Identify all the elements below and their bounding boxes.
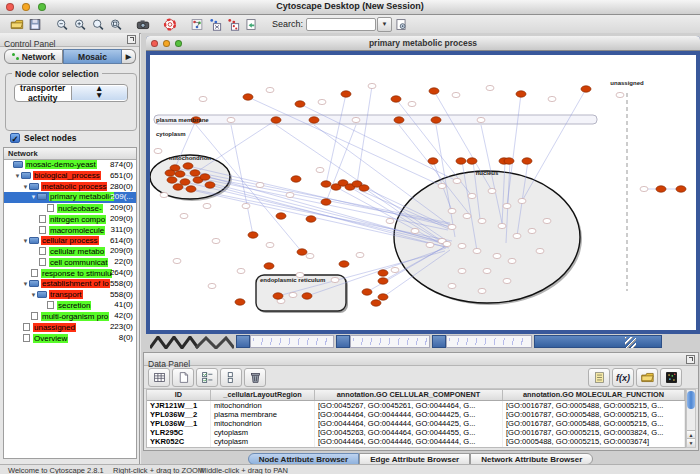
network-node[interactable]: [448, 283, 456, 288]
network-node[interactable]: [448, 224, 456, 229]
tree-row[interactable]: secretion41(0): [4, 300, 136, 311]
network-node-selected[interactable]: [175, 171, 185, 177]
network-node[interactable]: [498, 223, 506, 228]
expand-triangle-icon[interactable]: ▼: [30, 292, 37, 298]
tree-row[interactable]: cellular metabo209(0): [4, 246, 136, 257]
network-node[interactable]: [266, 242, 274, 247]
network-node[interactable]: [503, 203, 511, 208]
network-node[interactable]: [486, 85, 494, 90]
network-node[interactable]: [493, 253, 501, 258]
network-node-selected[interactable]: [297, 249, 307, 255]
attribute-unselect-icon[interactable]: [220, 368, 242, 387]
network-node[interactable]: [386, 218, 394, 223]
save-session-icon[interactable]: [26, 17, 43, 32]
tree-row[interactable]: macromolecule311(0): [4, 225, 136, 236]
tree-row[interactable]: Overview8(0): [4, 333, 136, 344]
create-attribute-icon[interactable]: [172, 368, 194, 387]
tree-row[interactable]: response to stimulu264(0): [4, 268, 136, 279]
network-node-selected[interactable]: [431, 117, 441, 123]
network-node[interactable]: [318, 99, 326, 104]
network-node-selected[interactable]: [273, 293, 283, 299]
tree-row[interactable]: nucleobase-209(0): [4, 203, 136, 214]
network-node[interactable]: [508, 258, 516, 263]
network-node[interactable]: [306, 253, 314, 258]
background-window-scribble[interactable]: [150, 335, 234, 348]
network-node[interactable]: [536, 248, 544, 253]
network-node[interactable]: [411, 228, 419, 233]
network-node[interactable]: [518, 198, 526, 203]
background-window-preview[interactable]: [350, 335, 430, 348]
network-node-selected[interactable]: [183, 163, 193, 169]
network-node[interactable]: [478, 288, 486, 293]
network-node[interactable]: [356, 252, 364, 257]
attribute-select-icon[interactable]: [148, 368, 170, 387]
network-node-selected[interactable]: [190, 170, 200, 176]
network-node-selected[interactable]: [394, 117, 404, 123]
network-node[interactable]: [452, 92, 460, 97]
column-header[interactable]: ID: [147, 390, 211, 400]
network-node[interactable]: [438, 183, 446, 188]
network-node[interactable]: [443, 241, 451, 246]
annotation-icon[interactable]: [188, 17, 205, 32]
import-attributes-icon[interactable]: [636, 368, 658, 387]
background-window-preview[interactable]: [446, 335, 532, 348]
layout-icon-1[interactable]: [206, 17, 223, 32]
network-node[interactable]: [289, 292, 297, 297]
background-window-bar[interactable]: [534, 335, 662, 348]
search-dropdown-arrow-icon[interactable]: ▼: [377, 17, 392, 32]
network-node-selected[interactable]: [321, 199, 331, 205]
network-node[interactable]: [426, 242, 434, 247]
network-node[interactable]: [154, 148, 162, 153]
tree-row[interactable]: ▼biological_process651(0): [4, 171, 136, 182]
tree-row[interactable]: ▼cellular process614(0): [4, 236, 136, 247]
network-node-selected[interactable]: [391, 96, 401, 102]
table-row[interactable]: YJR121W__1mitochondrion[GO:0045267, GO:0…: [147, 401, 685, 410]
column-header[interactable]: annotation.GO CELLULAR_COMPONENT: [315, 390, 503, 400]
network-node-selected[interactable]: [428, 158, 438, 164]
attribute-batch-select-icon[interactable]: [196, 368, 218, 387]
network-node[interactable]: [286, 192, 294, 197]
network-node[interactable]: [616, 92, 624, 97]
network-node-selected[interactable]: [359, 185, 369, 191]
network-node[interactable]: [458, 243, 466, 248]
network-node[interactable]: [227, 117, 235, 122]
network-node-selected[interactable]: [656, 186, 666, 192]
network-node-selected[interactable]: [180, 179, 190, 185]
tree-row[interactable]: ▼metabolic process280(0): [4, 182, 136, 193]
search-config-icon[interactable]: [392, 17, 409, 32]
network-node[interactable]: [448, 208, 456, 213]
expand-triangle-icon[interactable]: ▼: [30, 194, 37, 200]
network-node[interactable]: [458, 268, 466, 273]
background-window-tab[interactable]: [336, 335, 350, 348]
tree-row[interactable]: nitrogen compo209(0): [4, 214, 136, 225]
network-node[interactable]: [237, 268, 245, 273]
network-node[interactable]: [173, 258, 181, 263]
network-node-selected[interactable]: [321, 181, 331, 187]
table-row[interactable]: YLR295Ccytoplasm[GO:0045263, GO:0044464,…: [147, 428, 685, 437]
network-node-selected[interactable]: [264, 263, 274, 269]
network-node-selected[interactable]: [276, 213, 286, 219]
network-node-selected[interactable]: [205, 182, 215, 188]
network-node-selected[interactable]: [291, 176, 301, 182]
import-list-icon[interactable]: [588, 368, 610, 387]
network-node-selected[interactable]: [378, 270, 388, 276]
scroll-down-icon[interactable]: ▼: [687, 438, 695, 447]
network-node-selected[interactable]: [235, 299, 245, 305]
network-node[interactable]: [477, 117, 485, 122]
attribute-matrix-icon[interactable]: [660, 368, 682, 387]
column-header[interactable]: _cellularLayoutRegion: [211, 390, 315, 400]
expand-triangle-icon[interactable]: ▼: [14, 173, 21, 179]
network-node[interactable]: [473, 248, 481, 253]
network-node[interactable]: [160, 192, 168, 197]
search-input[interactable]: [306, 18, 376, 31]
network-node[interactable]: [488, 188, 496, 193]
zoom-in-icon[interactable]: [71, 17, 88, 32]
snapshot-icon[interactable]: [134, 17, 151, 32]
table-row[interactable]: YDR039C__1mitochondrion[GO:0044464, GO:0…: [147, 446, 685, 448]
network-node[interactable]: [543, 218, 551, 223]
network-node-selected[interactable]: [456, 158, 466, 164]
network-node-selected[interactable]: [467, 158, 477, 164]
network-node-selected[interactable]: [504, 158, 514, 164]
network-node[interactable]: [352, 117, 360, 122]
tree-row[interactable]: ▼primary metabolic209(...: [4, 192, 136, 203]
